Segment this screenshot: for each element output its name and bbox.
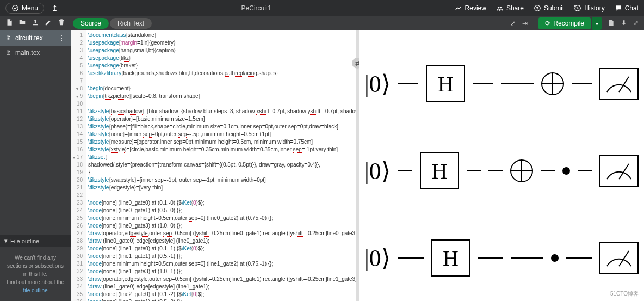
svg-line-7 [619, 251, 629, 266]
download-icon[interactable]: ⬇ [621, 19, 627, 28]
svg-point-1 [456, 8, 457, 9]
project-title: PeCircuit1 [58, 4, 455, 12]
top-bar: Menu ↥ PeCircuit1 Review Share Submit Hi… [0, 0, 644, 16]
edit-icon[interactable] [45, 19, 52, 28]
new-file-icon[interactable] [5, 19, 13, 28]
history-button[interactable]: History [574, 4, 604, 12]
expand-preview-icon[interactable]: ⤢ [633, 19, 639, 28]
h-gate: H [426, 65, 465, 102]
cnot-target [541, 72, 564, 95]
file-icon: 🗎 [5, 49, 12, 57]
toolbar: Source Rich Text ⤢ ⇥ ⟳ Recompile ▾ ⬇ ⤢ [0, 16, 644, 30]
expand-editor-icon[interactable]: ⤢ [510, 20, 516, 27]
svg-line-6 [619, 164, 629, 179]
tab-richtext[interactable]: Rich Text [110, 18, 152, 29]
ket-label: |0⟩ [364, 70, 391, 98]
h-gate: H [420, 152, 459, 189]
chat-button[interactable]: Chat [615, 4, 639, 12]
measure-gate [599, 155, 639, 187]
watermark: 51CTO博客 [610, 290, 639, 298]
measure-gate [599, 68, 639, 100]
h-gate: H [431, 239, 470, 277]
pdf-preview[interactable]: |0⟩ H |0⟩ H |0⟩ H 51CTO博客 [359, 30, 644, 301]
circuit-row-1: |0⟩ H [364, 127, 639, 214]
file-icon: 🗎 [5, 34, 12, 42]
upload-icon[interactable]: ↥ [52, 4, 58, 13]
upload-file-icon[interactable] [32, 19, 39, 28]
submit-button[interactable]: Submit [534, 4, 564, 12]
svg-point-3 [500, 7, 502, 9]
file-outline-body: We can't find any sections or subsection… [0, 247, 71, 301]
file-item-circuit-tex[interactable]: 🗎circuit.tex⋮ [0, 30, 71, 46]
ket-label: |0⟩ [364, 244, 391, 272]
code-content[interactable]: \documentclass{standalone}\usepackage[ma… [86, 30, 356, 301]
svg-point-2 [498, 7, 500, 9]
cnot-target [510, 159, 533, 182]
collapse-editor-icon[interactable]: ⇥ [522, 20, 528, 27]
file-more-icon[interactable]: ⋮ [58, 34, 65, 42]
recompile-dropdown[interactable]: ▾ [592, 17, 602, 30]
delete-icon[interactable] [58, 19, 65, 28]
menu-label: Menu [22, 4, 38, 12]
control-dot [551, 254, 559, 262]
refresh-icon: ⟳ [545, 20, 550, 27]
svg-line-5 [619, 77, 629, 92]
recompile-button[interactable]: ⟳ Recompile [538, 17, 591, 29]
logs-icon[interactable] [607, 19, 615, 28]
svg-point-0 [13, 5, 18, 11]
control-dot [562, 167, 570, 175]
menu-button[interactable]: Menu [5, 3, 44, 14]
ket-label: |0⟩ [364, 157, 391, 185]
file-item-main-tex[interactable]: 🗎main.tex [0, 46, 71, 60]
line-gutter: 1 2 3 4 5 6 7▾ 8▾ 9 10 11 12 13 14 15 16… [71, 30, 86, 301]
file-outline-link[interactable]: file outline [23, 287, 47, 293]
circuit-row-2: |0⟩ H [364, 214, 639, 301]
file-sidebar: 🗎circuit.tex⋮🗎main.tex ▾ File outline We… [0, 30, 71, 301]
pdf-page: |0⟩ H |0⟩ H |0⟩ H [359, 30, 644, 301]
chevron-down-icon: ▾ [4, 237, 8, 244]
measure-gate [599, 242, 639, 274]
new-folder-icon[interactable] [18, 19, 26, 28]
code-editor[interactable]: 1 2 3 4 5 6 7▾ 8▾ 9 10 11 12 13 14 15 16… [71, 30, 356, 301]
file-outline-header[interactable]: ▾ File outline [0, 235, 71, 247]
tab-source[interactable]: Source [73, 18, 109, 29]
circuit-row-0: |0⟩ H [364, 40, 639, 127]
share-button[interactable]: Share [496, 4, 524, 12]
review-button[interactable]: Review [455, 4, 486, 12]
